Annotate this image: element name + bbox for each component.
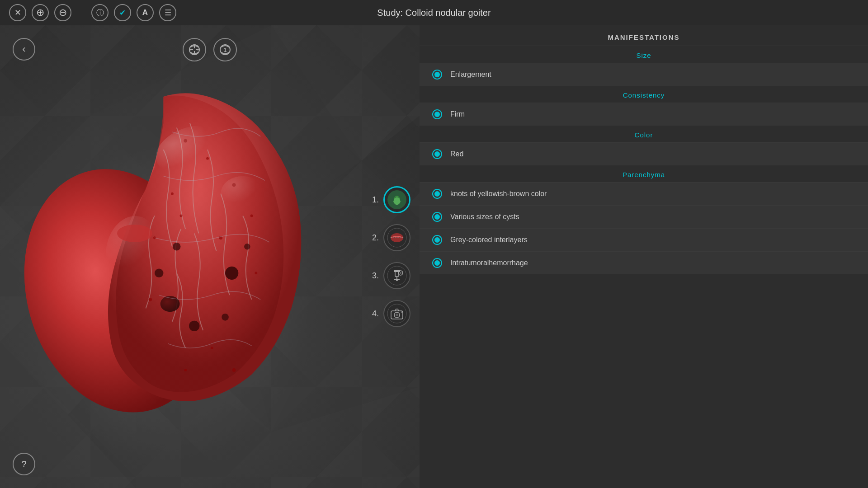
a-button[interactable]: A bbox=[137, 4, 154, 21]
svg-text:1: 1 bbox=[224, 47, 227, 53]
manifestations-header: MANIFESTATIONS bbox=[420, 25, 868, 46]
microscope-annotation-icon bbox=[387, 266, 407, 286]
annotation-item-1: 1. bbox=[370, 186, 410, 213]
category-color: Color bbox=[420, 126, 868, 142]
check-button[interactable]: ✔ bbox=[114, 4, 131, 21]
thyroid-svg bbox=[14, 61, 366, 423]
svg-point-22 bbox=[160, 296, 180, 312]
cross-section-annotation-icon bbox=[387, 228, 407, 248]
annotation-button-1[interactable] bbox=[383, 186, 410, 213]
manifestation-label-knots: knots of yellowish-brown color bbox=[450, 190, 547, 198]
camera-annotation-icon bbox=[387, 304, 407, 324]
svg-point-41 bbox=[184, 369, 187, 371]
svg-point-57 bbox=[400, 272, 401, 274]
annotation-button-2[interactable] bbox=[383, 224, 410, 251]
annotation-number-4: 4. bbox=[370, 309, 379, 319]
help-button[interactable]: ? bbox=[13, 453, 35, 475]
page-title: Study: Colloid nodular goiter bbox=[377, 8, 491, 18]
radio-interlayers bbox=[432, 235, 442, 245]
manifestation-label-firm: Firm bbox=[450, 110, 465, 118]
manifestation-label-enlargement: Enlargement bbox=[450, 70, 491, 79]
rotate-view-button[interactable] bbox=[183, 38, 206, 61]
annotation-number-2: 2. bbox=[370, 233, 379, 243]
svg-point-61 bbox=[396, 314, 398, 316]
svg-point-34 bbox=[180, 215, 183, 217]
manifestation-label-interlayers: Grey-colored interlayers bbox=[450, 236, 528, 244]
organ-annotation-icon bbox=[387, 190, 407, 210]
manifestation-red[interactable]: Red bbox=[420, 142, 868, 165]
annotation-item-3: 3. bbox=[370, 262, 410, 289]
svg-point-37 bbox=[255, 272, 257, 274]
reset-view-button[interactable]: 1 bbox=[213, 38, 237, 61]
topbar-left: ✕ ⊕ ⊖ ⓘ ✔ A ☰ bbox=[9, 4, 176, 21]
category-consistency: Consistency bbox=[420, 86, 868, 103]
annotation-number-3: 3. bbox=[370, 271, 379, 281]
svg-point-45 bbox=[117, 225, 152, 242]
list-button[interactable]: ☰ bbox=[159, 4, 176, 21]
svg-point-48 bbox=[391, 233, 403, 242]
manifestation-label-red: Red bbox=[450, 150, 463, 158]
svg-point-50 bbox=[387, 266, 406, 285]
minus-button[interactable]: ⊖ bbox=[54, 4, 71, 21]
svg-point-62 bbox=[401, 311, 403, 313]
annotation-item-2: 2. bbox=[370, 224, 410, 251]
radio-knots bbox=[432, 189, 442, 199]
back-button[interactable]: ‹ bbox=[13, 38, 35, 61]
svg-point-23 bbox=[225, 267, 238, 280]
category-size: Size bbox=[420, 46, 868, 63]
right-panel: MANIFESTATIONS Size Enlargement Consiste… bbox=[420, 25, 868, 488]
radio-enlargement bbox=[432, 70, 442, 80]
annotation-button-4[interactable] bbox=[383, 300, 410, 327]
topbar: ✕ ⊕ ⊖ ⓘ ✔ A ☰ Study: Colloid nodular goi… bbox=[0, 0, 868, 25]
annotations-panel: 1. 2. bbox=[370, 186, 410, 327]
svg-point-26 bbox=[222, 314, 229, 321]
rotate-icon bbox=[188, 43, 201, 56]
manifestation-enlargement[interactable]: Enlargement bbox=[420, 63, 868, 86]
svg-point-25 bbox=[155, 269, 164, 278]
svg-point-31 bbox=[171, 192, 174, 195]
annotation-item-4: 4. bbox=[370, 300, 410, 327]
manifestation-label-cysts: Various sizes of cysts bbox=[450, 213, 519, 221]
viewport: ‹ 1 bbox=[0, 25, 420, 488]
manifestation-hemorrhage[interactable]: Intratumoralhemorrhage bbox=[420, 251, 868, 274]
radio-hemorrhage bbox=[432, 258, 442, 268]
info-button[interactable]: ⓘ bbox=[91, 4, 108, 21]
manifestation-knots[interactable]: knots of yellowish-brown color bbox=[420, 182, 868, 205]
view-controls: 1 bbox=[183, 38, 237, 61]
manifestation-firm[interactable]: Firm bbox=[420, 103, 868, 126]
add-button[interactable]: ⊕ bbox=[32, 4, 49, 21]
svg-point-55 bbox=[396, 279, 398, 281]
reset-icon: 1 bbox=[219, 43, 231, 56]
svg-point-39 bbox=[211, 347, 213, 349]
manifestation-label-hemorrhage: Intratumoralhemorrhage bbox=[450, 259, 528, 267]
radio-firm bbox=[432, 109, 442, 119]
svg-point-28 bbox=[244, 244, 250, 250]
svg-point-33 bbox=[250, 215, 253, 217]
annotation-button-3[interactable] bbox=[383, 262, 410, 289]
svg-point-40 bbox=[232, 368, 236, 372]
annotation-number-1: 1. bbox=[370, 195, 379, 205]
svg-point-38 bbox=[148, 298, 152, 301]
category-parenchyma: Parenchyma bbox=[420, 165, 868, 182]
radio-red bbox=[432, 149, 442, 159]
svg-point-44 bbox=[221, 176, 265, 211]
svg-point-24 bbox=[189, 321, 199, 331]
organ-3d-view bbox=[14, 61, 366, 423]
svg-point-27 bbox=[173, 243, 181, 251]
manifestation-cysts[interactable]: Various sizes of cysts bbox=[420, 205, 868, 228]
radio-cysts bbox=[432, 212, 442, 222]
close-button[interactable]: ✕ bbox=[9, 4, 26, 21]
manifestation-interlayers[interactable]: Grey-colored interlayers bbox=[420, 228, 868, 251]
